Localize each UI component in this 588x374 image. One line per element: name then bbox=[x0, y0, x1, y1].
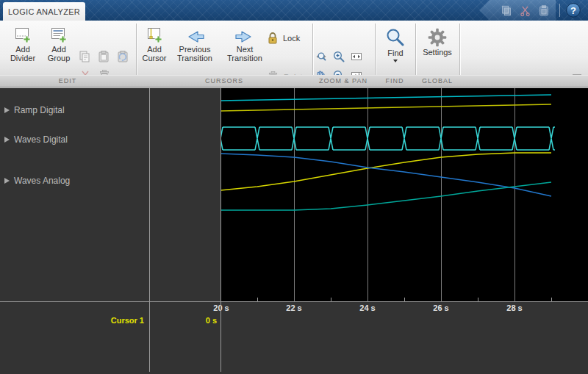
settings-label: Settings bbox=[423, 48, 452, 57]
tick-label: 28 s bbox=[506, 303, 522, 312]
expander-triangle-icon bbox=[4, 178, 10, 184]
add-divider-icon bbox=[14, 26, 32, 44]
add-divider-button[interactable]: Add Divider bbox=[6, 26, 40, 62]
find-label: Find bbox=[387, 48, 403, 57]
content-top-border bbox=[0, 87, 588, 88]
trace-waves-analog-blue bbox=[220, 154, 551, 196]
cursor-value[interactable]: 0 s bbox=[149, 316, 217, 325]
add-group-button[interactable]: Add Group bbox=[43, 26, 75, 62]
waveform-canvas bbox=[220, 88, 588, 301]
paste-special-icon[interactable] bbox=[116, 50, 129, 63]
expander-triangle-icon bbox=[4, 107, 10, 113]
quick-access-toolbar bbox=[479, 0, 556, 21]
expander-triangle-icon bbox=[4, 137, 10, 143]
tick-label: 22 s bbox=[286, 303, 301, 312]
section-label-find: FIND bbox=[386, 77, 404, 84]
search-icon bbox=[385, 27, 406, 48]
signal-group-waves-analog[interactable]: Waves Analog bbox=[4, 176, 70, 186]
tick-label: 24 s bbox=[359, 303, 375, 312]
help-button[interactable]: ? bbox=[566, 3, 581, 18]
next-transition-button[interactable]: Next Transition bbox=[223, 29, 267, 62]
section-label-strip: EDIT CURSORS ZOOM & PAN FIND GLOBAL bbox=[0, 75, 588, 87]
lock-label: Lock bbox=[283, 34, 300, 43]
copy-icon[interactable] bbox=[78, 50, 91, 63]
signal-group-waves-digital[interactable]: Waves Digital bbox=[4, 134, 68, 145]
find-button[interactable]: Find bbox=[382, 27, 409, 62]
signal-group-label: Ramp Digital bbox=[14, 105, 65, 115]
tab-logic-analyzer[interactable]: LOGIC ANALYZER bbox=[3, 2, 85, 21]
cursor-name: Cursor 1 bbox=[0, 316, 144, 325]
trace-waves-analog-yellow bbox=[220, 153, 551, 190]
quick-access-separator bbox=[559, 4, 560, 17]
add-divider-label: Add Divider bbox=[6, 45, 40, 62]
signal-group-ramp-digital[interactable]: Ramp Digital bbox=[4, 105, 65, 115]
section-label-zoom-pan: ZOOM & PAN bbox=[319, 77, 368, 84]
trace-waves-digital-bus bbox=[220, 127, 555, 150]
previous-transition-button[interactable]: Previous Transition bbox=[170, 29, 220, 62]
toolstrip: Add Divider Add Group bbox=[0, 21, 588, 87]
add-cursor-button[interactable]: Add Cursor bbox=[138, 26, 171, 62]
arrow-right-icon bbox=[234, 29, 256, 44]
cursor-info-row: Cursor 1 0 s bbox=[0, 314, 588, 328]
copy-icon[interactable] bbox=[501, 4, 512, 17]
paste-icon[interactable] bbox=[538, 4, 550, 17]
add-group-icon bbox=[50, 26, 68, 44]
logic-analyzer-window: LOGIC ANALYZER ? bbox=[0, 0, 588, 374]
previous-transition-label: Previous Transition bbox=[170, 45, 220, 62]
tab-strip: LOGIC ANALYZER ? bbox=[0, 0, 588, 21]
lock-icon bbox=[267, 31, 279, 46]
next-transition-label: Next Transition bbox=[223, 45, 267, 62]
section-label-cursors: CURSORS bbox=[205, 77, 243, 84]
waveform-workspace: Ramp Digital Waves Digital Waves Analog … bbox=[0, 87, 588, 374]
signal-group-label: Waves Digital bbox=[14, 134, 68, 145]
add-cursor-label: Add Cursor bbox=[138, 45, 171, 62]
tick-label: 20 s bbox=[213, 303, 229, 312]
lock-button[interactable]: Lock bbox=[267, 31, 300, 46]
paste-icon[interactable] bbox=[97, 50, 110, 63]
gear-icon bbox=[428, 28, 447, 47]
trace-ramp-digital-cyan bbox=[220, 95, 551, 101]
arrow-left-icon bbox=[184, 29, 206, 44]
add-group-label: Add Group bbox=[43, 45, 75, 62]
tick-label: 26 s bbox=[433, 303, 448, 312]
section-label-global: GLOBAL bbox=[422, 77, 453, 84]
zoom-in-icon[interactable] bbox=[332, 50, 345, 63]
cut-icon[interactable] bbox=[520, 4, 531, 17]
section-label-edit: EDIT bbox=[59, 77, 77, 84]
chevron-down-icon bbox=[393, 60, 398, 62]
help-glyph: ? bbox=[570, 5, 576, 16]
waveform-plot[interactable] bbox=[220, 88, 588, 301]
fit-to-view-icon[interactable] bbox=[350, 50, 363, 63]
zoom-in-x-icon[interactable] bbox=[315, 50, 328, 63]
settings-button[interactable]: Settings bbox=[420, 28, 454, 57]
trace-ramp-digital-yellow bbox=[220, 104, 551, 111]
value-column-divider[interactable] bbox=[220, 88, 221, 372]
add-cursor-icon bbox=[146, 26, 163, 44]
signal-group-label: Waves Analog bbox=[14, 176, 70, 186]
name-column-divider[interactable] bbox=[149, 88, 150, 372]
time-axis: 20 s 22 s 24 s 26 s 28 s bbox=[0, 301, 588, 314]
